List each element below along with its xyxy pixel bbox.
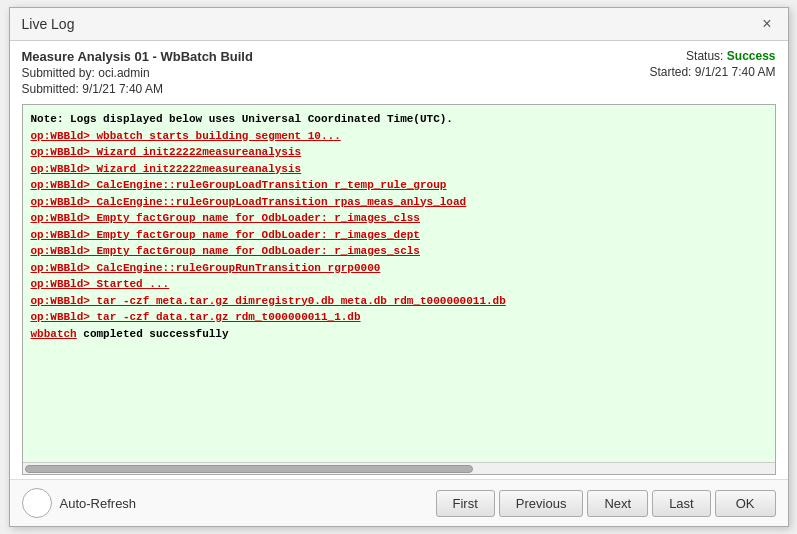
- submitted-label: Submitted:: [22, 82, 79, 96]
- log-area-wrapper: Note: Logs displayed below uses Universa…: [22, 104, 776, 475]
- log-line: op:WBBld> Empty factGroup name for OdbLo…: [31, 227, 767, 244]
- header-info: Measure Analysis 01 - WbBatch Build Subm…: [10, 41, 788, 100]
- log-line: op:WBBld> Empty factGroup name for OdbLo…: [31, 243, 767, 260]
- auto-refresh-toggle[interactable]: [22, 488, 52, 518]
- header-left: Measure Analysis 01 - WbBatch Build Subm…: [22, 49, 253, 96]
- log-line: op:WBBld> tar -czf meta.tar.gz dimregist…: [31, 293, 767, 310]
- status-label: Status:: [686, 49, 723, 63]
- started-label: Started:: [649, 65, 691, 79]
- log-line: op:WBBld> CalcEngine::ruleGroupLoadTrans…: [31, 177, 767, 194]
- next-button[interactable]: Next: [587, 490, 648, 517]
- first-button[interactable]: First: [436, 490, 495, 517]
- log-line: op:WBBld> Empty factGroup name for OdbLo…: [31, 210, 767, 227]
- log-area[interactable]: Note: Logs displayed below uses Universa…: [23, 105, 775, 462]
- submitted-by-label: Submitted by:: [22, 66, 95, 80]
- job-title: Measure Analysis 01 - WbBatch Build: [22, 49, 253, 64]
- log-line: op:WBBld> Wizard init22222measureanalysi…: [31, 161, 767, 178]
- started-time-value: 9/1/21 7:40 AM: [695, 65, 776, 79]
- header-right: Status: Success Started: 9/1/21 7:40 AM: [649, 49, 775, 79]
- dialog-title: Live Log: [22, 16, 75, 32]
- log-line: op:WBBld> Started ...: [31, 276, 767, 293]
- horizontal-scrollbar[interactable]: [23, 462, 775, 474]
- log-line: op:WBBld> tar -czf data.tar.gz rdm_t0000…: [31, 309, 767, 326]
- last-button[interactable]: Last: [652, 490, 711, 517]
- live-log-dialog: Live Log × Measure Analysis 01 - WbBatch…: [9, 7, 789, 527]
- auto-refresh-label: Auto-Refresh: [60, 496, 137, 511]
- submitted-time: Submitted: 9/1/21 7:40 AM: [22, 82, 253, 96]
- log-line: op:WBBld> CalcEngine::ruleGroupRunTransi…: [31, 260, 767, 277]
- footer-left: Auto-Refresh: [22, 488, 137, 518]
- footer: Auto-Refresh First Previous Next Last OK: [10, 479, 788, 526]
- started-time: Started: 9/1/21 7:40 AM: [649, 65, 775, 79]
- log-line: op:WBBld> wbbatch starts building segmen…: [31, 128, 767, 145]
- log-line: op:WBBld> CalcEngine::ruleGroupLoadTrans…: [31, 194, 767, 211]
- submitted-by-value: oci.admin: [98, 66, 149, 80]
- title-bar: Live Log ×: [10, 8, 788, 41]
- close-button[interactable]: ×: [758, 16, 775, 32]
- submitted-time-value: 9/1/21 7:40 AM: [82, 82, 163, 96]
- ok-button[interactable]: OK: [715, 490, 776, 517]
- scrollbar-thumb[interactable]: [25, 465, 474, 473]
- submitted-by: Submitted by: oci.admin: [22, 66, 253, 80]
- status: Status: Success: [649, 49, 775, 63]
- footer-buttons: First Previous Next Last OK: [436, 490, 776, 517]
- log-line: Note: Logs displayed below uses Universa…: [31, 111, 767, 128]
- status-value: Success: [727, 49, 776, 63]
- previous-button[interactable]: Previous: [499, 490, 584, 517]
- log-line: wbbatch completed successfully: [31, 326, 767, 343]
- log-line: op:WBBld> Wizard init22222measureanalysi…: [31, 144, 767, 161]
